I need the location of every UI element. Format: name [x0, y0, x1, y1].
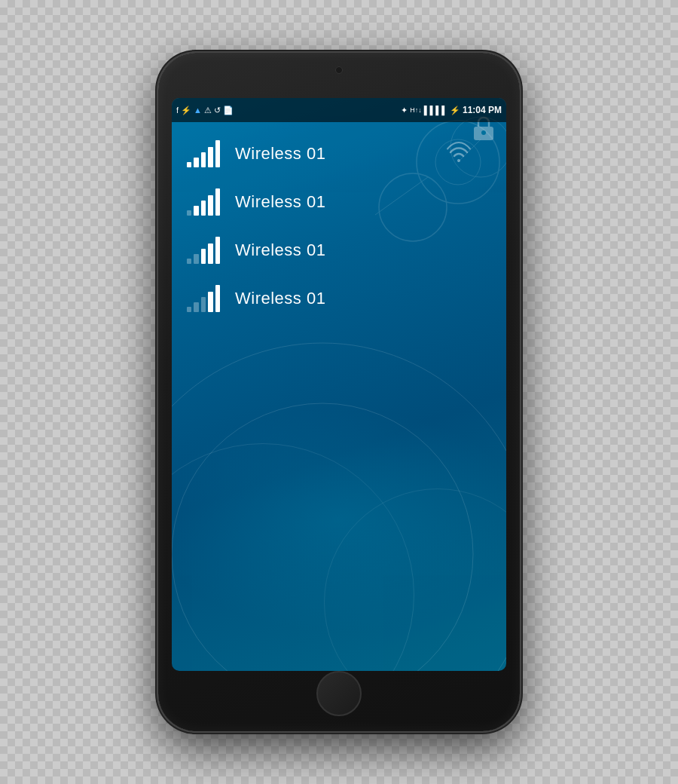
bar-4 [208, 292, 212, 312]
bluetooth-icon: ✦ [401, 106, 408, 115]
status-right-icons: ✦ H↑↓ ▌▌▌▌ ⚡ 11:04 PM [401, 105, 502, 115]
bar-2 [194, 254, 198, 264]
data-icon: H↑↓ [410, 107, 422, 114]
signal-bars-1 [187, 140, 220, 167]
bar-2 [194, 206, 198, 216]
bar-3 [201, 297, 206, 312]
facebook-icon: f [176, 106, 179, 115]
bar-1 [187, 307, 191, 312]
home-button[interactable] [316, 671, 362, 716]
status-time: 11:04 PM [463, 105, 502, 115]
wifi-item-1[interactable]: Wireless 01 [172, 130, 506, 178]
status-left-icons: f ⚡ ▲ ⚠ ↺ 📄 [176, 106, 234, 115]
wifi-name-4: Wireless 01 [235, 289, 325, 308]
wifi-item-4[interactable]: Wireless 01 [172, 274, 506, 323]
signal-bars-3 [187, 237, 220, 264]
alert-icon: ⚠ [204, 106, 212, 115]
status-bar: f ⚡ ▲ ⚠ ↺ 📄 ✦ H↑↓ ▌▌▌▌ ⚡ 11:04 PM [172, 98, 506, 122]
phone-screen: f ⚡ ▲ ⚠ ↺ 📄 ✦ H↑↓ ▌▌▌▌ ⚡ 11:04 PM [172, 98, 506, 671]
bar-4 [208, 147, 212, 167]
battery-icon: ⚡ [450, 106, 460, 115]
signal-bars-2 [187, 188, 220, 216]
wifi-name-2: Wireless 01 [235, 192, 325, 212]
bar-2 [194, 302, 198, 312]
bar-5 [215, 188, 220, 216]
bar-3 [201, 249, 206, 264]
bar-2 [194, 158, 198, 167]
phone-body: f ⚡ ▲ ⚠ ↺ 📄 ✦ H↑↓ ▌▌▌▌ ⚡ 11:04 PM [158, 53, 520, 731]
wifi-item-3[interactable]: Wireless 01 [172, 226, 506, 274]
signal-bars-4 [187, 285, 220, 312]
bar-3 [201, 201, 206, 216]
bar-4 [208, 243, 212, 264]
file-icon: 📄 [223, 106, 234, 115]
bar-4 [208, 195, 212, 216]
bar-5 [215, 237, 220, 264]
sync-icon: ↺ [214, 106, 221, 115]
wifi-name-1: Wireless 01 [235, 144, 325, 164]
bar-5 [215, 285, 220, 312]
signal-icon: ▌▌▌▌ [424, 106, 447, 115]
usb-icon: ⚡ [181, 106, 191, 115]
bar-1 [187, 162, 191, 167]
front-camera [335, 66, 343, 74]
wifi-name-3: Wireless 01 [235, 240, 325, 260]
bar-3 [201, 152, 206, 167]
wifi-item-2[interactable]: Wireless 01 [172, 178, 506, 226]
bar-5 [215, 140, 220, 167]
bar-1 [187, 210, 191, 216]
bg-circle-1 [172, 407, 506, 633]
phone-wrapper: f ⚡ ▲ ⚠ ↺ 📄 ✦ H↑↓ ▌▌▌▌ ⚡ 11:04 PM [143, 38, 535, 746]
wifi-status-icon: ▲ [194, 106, 202, 115]
bar-1 [187, 259, 191, 264]
wifi-list: Wireless 01 Wireless 01 [172, 122, 506, 330]
